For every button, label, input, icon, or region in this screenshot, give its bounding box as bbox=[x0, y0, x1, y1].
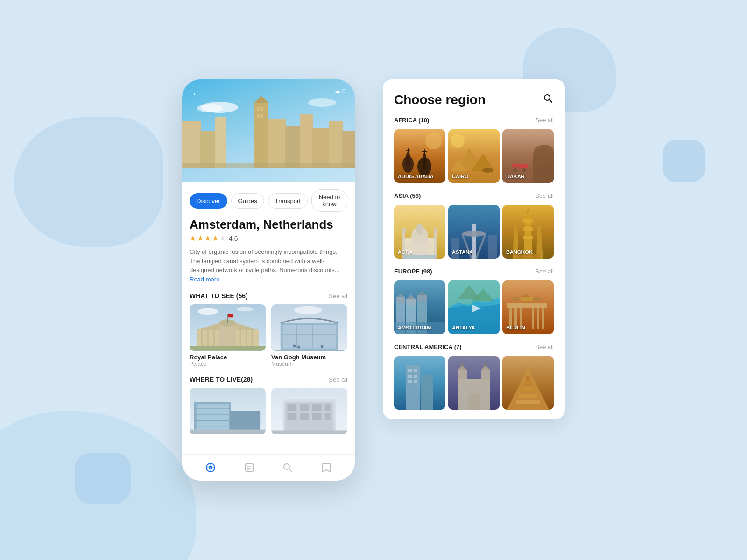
svg-rect-182 bbox=[521, 388, 535, 392]
asia-images: AGRA bbox=[394, 205, 554, 259]
svg-rect-61 bbox=[312, 404, 322, 411]
tab-transport[interactable]: Transport bbox=[268, 193, 308, 209]
star-1: ★ bbox=[190, 234, 196, 243]
tab-discover[interactable]: Discover bbox=[190, 193, 227, 209]
svg-point-97 bbox=[451, 134, 465, 148]
svg-rect-12 bbox=[329, 121, 343, 168]
central-america-see-all[interactable]: See all bbox=[535, 343, 554, 350]
place-card-museum[interactable]: Van Gogh Museum Museum bbox=[271, 304, 347, 367]
svg-rect-62 bbox=[325, 404, 331, 411]
central-3-inner bbox=[502, 356, 554, 410]
nav-explore[interactable] bbox=[204, 461, 217, 474]
svg-rect-60 bbox=[300, 404, 309, 411]
what-to-see-header: WHAT TO SEE (56) See all bbox=[182, 290, 355, 304]
asia-label: ASIA (58) See all bbox=[394, 192, 554, 199]
region-img-central-3[interactable] bbox=[502, 356, 554, 410]
svg-rect-90 bbox=[422, 151, 427, 152]
region-img-central-2[interactable] bbox=[448, 356, 500, 410]
panel-search-button[interactable] bbox=[543, 93, 554, 107]
region-central-america: CENTRAL AMERICA (7) See all bbox=[383, 343, 565, 419]
region-africa: AFRICA (10) See all bbox=[383, 117, 565, 192]
bottom-nav bbox=[182, 454, 355, 481]
star-rating: ★ ★ ★ ★ ★ bbox=[190, 234, 226, 243]
screens-wrapper: ← ☁ 6 Discover Guides Transport Need to … bbox=[182, 79, 565, 481]
svg-rect-170 bbox=[458, 370, 467, 382]
svg-rect-180 bbox=[516, 400, 540, 404]
europe-see-all[interactable]: See all bbox=[535, 268, 554, 275]
live-card-1[interactable] bbox=[190, 388, 266, 437]
region-img-astana[interactable]: ASTANA bbox=[448, 205, 500, 259]
nav-itinerary[interactable] bbox=[243, 461, 256, 474]
right-panel: Choose region AFRICA (10) See all bbox=[383, 79, 565, 419]
region-img-cairo[interactable]: CAIRO bbox=[448, 129, 500, 183]
nav-saved[interactable] bbox=[320, 461, 333, 474]
svg-rect-126 bbox=[523, 236, 533, 239]
svg-point-21 bbox=[198, 308, 218, 315]
svg-point-2 bbox=[308, 98, 336, 107]
region-img-central-1[interactable] bbox=[394, 356, 445, 410]
svg-rect-82 bbox=[406, 155, 410, 167]
svg-rect-177 bbox=[484, 364, 487, 365]
live-image-2 bbox=[271, 388, 347, 434]
dakar-label: DAKAR bbox=[506, 174, 525, 179]
svg-rect-167 bbox=[414, 380, 417, 383]
svg-rect-59 bbox=[288, 404, 297, 411]
read-more-link[interactable]: Read more bbox=[190, 276, 219, 283]
region-img-dakar[interactable]: DAKAR bbox=[502, 129, 554, 183]
places-grid: Royal Palace Palace bbox=[182, 304, 355, 374]
tab-guides[interactable]: Guides bbox=[231, 193, 264, 209]
svg-rect-158 bbox=[526, 294, 528, 297]
astana-inner: ASTANA bbox=[448, 205, 500, 259]
addis-ababa-label: ADDIS ABABA bbox=[398, 174, 434, 179]
palace-type: Palace bbox=[190, 361, 266, 367]
svg-rect-157 bbox=[521, 297, 533, 301]
bangkok-inner: BANGKOK bbox=[502, 205, 554, 259]
weather-indicator: ☁ 6 bbox=[334, 88, 345, 95]
back-button[interactable]: ← bbox=[191, 88, 202, 100]
svg-point-107 bbox=[402, 228, 406, 233]
svg-rect-117 bbox=[451, 238, 459, 259]
live-image-1 bbox=[190, 388, 266, 434]
rating-row: ★ ★ ★ ★ ★ 4.6 bbox=[182, 234, 355, 247]
palace-svg bbox=[190, 304, 266, 351]
region-img-agra[interactable]: AGRA bbox=[394, 205, 445, 259]
svg-point-37 bbox=[294, 306, 322, 315]
bg-blob-1 bbox=[14, 117, 163, 247]
svg-rect-161 bbox=[421, 375, 433, 410]
tab-need-to-know[interactable]: Need to know bbox=[311, 189, 347, 212]
palace-image bbox=[190, 304, 266, 351]
live-svg-1 bbox=[190, 388, 266, 434]
place-card-palace[interactable]: Royal Palace Palace bbox=[190, 304, 266, 367]
svg-rect-164 bbox=[408, 375, 412, 378]
star-4: ★ bbox=[212, 234, 218, 243]
svg-point-45 bbox=[297, 346, 300, 349]
africa-see-all[interactable]: See all bbox=[535, 117, 554, 124]
region-img-addis-ababa[interactable]: ADDIS ABABA bbox=[394, 129, 445, 183]
svg-point-154 bbox=[513, 297, 520, 301]
central-2-inner bbox=[448, 356, 500, 410]
cairo-inner: CAIRO bbox=[448, 129, 500, 183]
region-img-bangkok[interactable]: BANGKOK bbox=[502, 205, 554, 259]
svg-point-44 bbox=[293, 345, 296, 348]
svg-rect-184 bbox=[526, 376, 530, 381]
what-to-see-see-all[interactable]: See all bbox=[329, 293, 347, 300]
svg-rect-124 bbox=[523, 219, 533, 223]
svg-rect-87 bbox=[423, 156, 426, 169]
where-to-live-see-all[interactable]: See all bbox=[329, 376, 347, 383]
berlin-inner: BERLIN bbox=[502, 280, 554, 334]
asia-see-all[interactable]: See all bbox=[535, 192, 554, 199]
svg-point-22 bbox=[237, 307, 254, 312]
svg-rect-181 bbox=[519, 394, 537, 398]
region-img-antalya[interactable]: ANTALYA bbox=[448, 280, 500, 334]
region-img-berlin[interactable]: BERLIN bbox=[502, 280, 554, 334]
svg-rect-163 bbox=[414, 369, 417, 372]
addis-ababa-inner: ADDIS ABABA bbox=[394, 129, 445, 183]
svg-rect-118 bbox=[488, 235, 497, 259]
nav-search[interactable] bbox=[281, 461, 294, 474]
svg-line-79 bbox=[550, 100, 552, 103]
svg-rect-153 bbox=[507, 303, 547, 308]
hero-image: ← ☁ 6 bbox=[182, 79, 355, 182]
live-card-2[interactable] bbox=[271, 388, 347, 437]
central-america-images bbox=[394, 356, 554, 410]
region-img-amsterdam[interactable]: AMSTERDAM bbox=[394, 280, 445, 334]
